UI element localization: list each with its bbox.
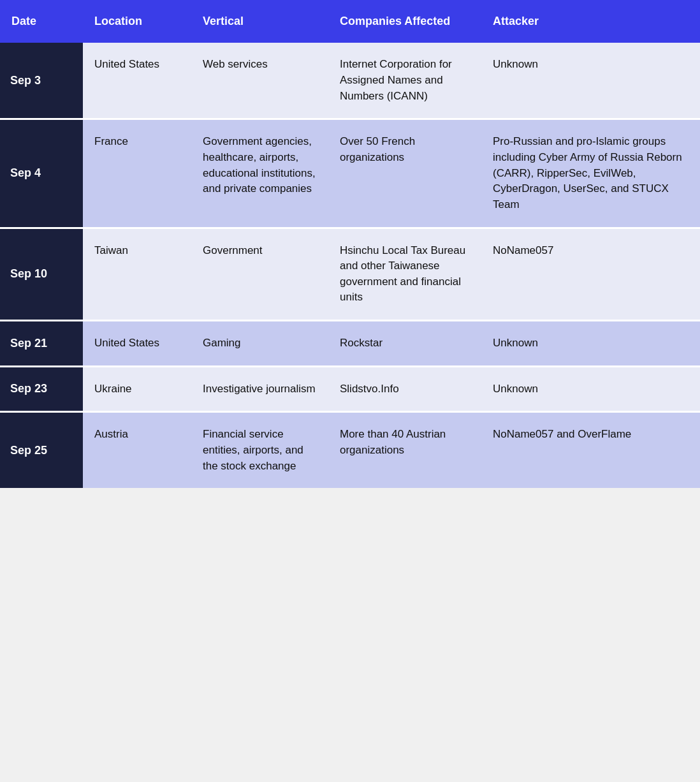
cyber-attacks-table: Date Location Vertical Companies Affecte… [0,0,700,488]
cell-companies: More than 40 Austrian organizations [328,412,481,488]
table-row: Sep 21United StatesGamingRockstarUnknown [0,321,700,367]
cell-date: Sep 10 [0,228,83,321]
cell-vertical: Gaming [191,321,328,367]
cell-vertical: Investigative journalism [191,366,328,412]
header-date: Date [0,0,83,43]
cell-attacker: NoName057 and OverFlame [481,412,700,488]
table-row: Sep 3United StatesWeb servicesInternet C… [0,43,700,119]
table-row: Sep 25AustriaFinancial service entities,… [0,412,700,488]
cell-location: United States [83,321,191,367]
cell-location: Taiwan [83,228,191,321]
cell-attacker: Unknown [481,321,700,367]
cell-companies: Over 50 French organizations [328,119,481,228]
cell-companies: Rockstar [328,321,481,367]
header-location: Location [83,0,191,43]
table-row: Sep 23UkraineInvestigative journalismSli… [0,366,700,412]
main-table-wrapper: Date Location Vertical Companies Affecte… [0,0,700,488]
cell-location: France [83,119,191,228]
cell-date: Sep 21 [0,321,83,367]
cell-vertical: Financial service entities, airports, an… [191,412,328,488]
table-header-row: Date Location Vertical Companies Affecte… [0,0,700,43]
cell-attacker: Unknown [481,43,700,119]
cell-attacker: Pro-Russian and pro-Islamic groups inclu… [481,119,700,228]
cell-date: Sep 4 [0,119,83,228]
cell-vertical: Government [191,228,328,321]
header-vertical: Vertical [191,0,328,43]
table-row: Sep 10TaiwanGovernmentHsinchu Local Tax … [0,228,700,321]
cell-companies: Hsinchu Local Tax Bureau and other Taiwa… [328,228,481,321]
cell-location: United States [83,43,191,119]
cell-date: Sep 3 [0,43,83,119]
cell-attacker: Unknown [481,366,700,412]
cell-location: Ukraine [83,366,191,412]
cell-vertical: Web services [191,43,328,119]
cell-vertical: Government agencies, healthcare, airport… [191,119,328,228]
header-attacker: Attacker [481,0,700,43]
cell-location: Austria [83,412,191,488]
table-row: Sep 4FranceGovernment agencies, healthca… [0,119,700,228]
cell-companies: Slidstvo.Info [328,366,481,412]
cell-date: Sep 25 [0,412,83,488]
cell-companies: Internet Corporation for Assigned Names … [328,43,481,119]
cell-date: Sep 23 [0,366,83,412]
header-companies: Companies Affected [328,0,481,43]
cell-attacker: NoName057 [481,228,700,321]
